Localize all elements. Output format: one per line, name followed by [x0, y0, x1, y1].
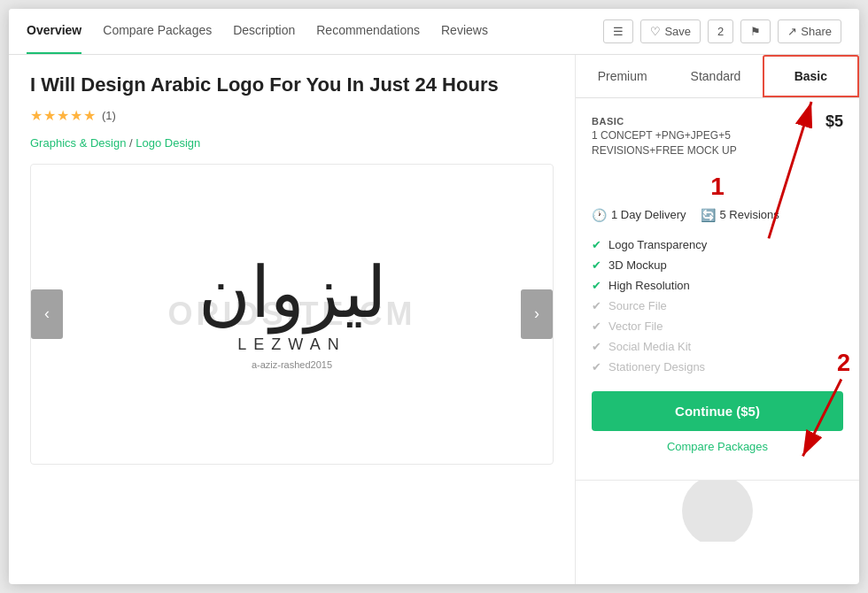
check-icon-high-resolution: ✔ [592, 279, 601, 292]
feature-label-high-resolution: High Resolution [608, 279, 690, 292]
share-button[interactable]: ↗ Share [778, 19, 841, 43]
gallery-prev-button[interactable]: ‹ [31, 289, 63, 339]
check-icon-logo-transparency: ✔ [592, 238, 601, 251]
annotation-1: 1 [592, 173, 843, 201]
breadcrumb-category[interactable]: Graphics & Design [30, 136, 126, 150]
clock-icon: 🕐 [592, 208, 607, 222]
nav-links: Overview Compare Packages Description Re… [27, 9, 488, 54]
gallery: ORIDSITE.CM لیزوان LEZWAN a-aziz-rashed2… [30, 164, 554, 465]
bottom-partial [576, 480, 859, 542]
share-icon: ↗ [787, 25, 797, 38]
arabic-calligraphy: لیزوان [198, 258, 386, 328]
check-icon-3d-mockup: ✔ [592, 258, 601, 272]
pkg-description: 1 CONCEPT +PNG+JPEG+5 REVISIONS+FREE MOC… [592, 128, 825, 158]
feature-3d-mockup: ✔ 3D Mockup [592, 255, 843, 275]
package-details: BASIC 1 CONCEPT +PNG+JPEG+5 REVISIONS+FR… [576, 98, 859, 480]
feature-label-3d-mockup: 3D Mockup [608, 258, 667, 272]
pkg-price: $5 [825, 112, 843, 131]
check-icon-source-file: ✔ [592, 299, 601, 312]
save-count: 2 [708, 19, 733, 43]
star-rating: ★★★★★ [30, 107, 97, 124]
breadcrumb: Graphics & Design / Logo Design [30, 136, 554, 150]
feature-label-logo-transparency: Logo Transparency [608, 238, 707, 251]
left-panel: I Will Design Arabic Logo For You In Jus… [9, 55, 576, 584]
continue-button[interactable]: Continue ($5) [592, 391, 843, 431]
signature: a-aziz-rashed2015 [252, 359, 332, 370]
heart-icon: ♡ [650, 25, 661, 38]
seller-avatar-partial [682, 480, 753, 542]
delivery-item: 🕐 1 Day Delivery [592, 208, 686, 222]
feature-high-resolution: ✔ High Resolution [592, 275, 843, 296]
flag-icon: ⚑ [750, 25, 761, 38]
tab-basic[interactable]: Basic [763, 55, 859, 97]
main-window: Overview Compare Packages Description Re… [9, 9, 859, 584]
revisions-item: 🔄 5 Revisions [701, 208, 779, 222]
nav-recommendations[interactable]: Recommendations [316, 9, 420, 54]
right-panel-wrapper: Premium Standard Basic BASIC 1 CONCEPT +… [576, 55, 859, 584]
feature-vector-file: ✔ Vector File [592, 316, 843, 336]
feature-label-social-media-kit: Social Media Kit [608, 340, 691, 353]
feature-label-vector-file: Vector File [608, 320, 663, 333]
package-label: BASIC 1 CONCEPT +PNG+JPEG+5 REVISIONS+FR… [592, 112, 825, 171]
features-list: ✔ Logo Transparency ✔ 3D Mockup ✔ High R… [592, 235, 843, 377]
feature-social-media-kit: ✔ Social Media Kit [592, 336, 843, 357]
lezwan-label: LEZWAN [237, 335, 345, 354]
feature-label-source-file: Source File [608, 299, 667, 312]
main-content: I Will Design Arabic Logo For You In Jus… [9, 55, 859, 584]
check-icon-social-media-kit: ✔ [592, 340, 601, 353]
gallery-content: لیزوان LEZWAN a-aziz-rashed2015 [198, 258, 386, 370]
delivery-row: 🕐 1 Day Delivery 🔄 5 Revisions [592, 208, 843, 222]
revisions-icon: 🔄 [701, 208, 716, 222]
package-tabs: Premium Standard Basic [576, 55, 859, 98]
feature-label-stationery-designs: Stationery Designs [608, 360, 705, 374]
check-icon-stationery-designs: ✔ [592, 360, 601, 374]
nav-actions: ☰ ♡ Save 2 ⚑ ↗ Share [603, 19, 841, 43]
revisions-text: 5 Revisions [720, 208, 779, 221]
delivery-text: 1 Day Delivery [611, 208, 686, 221]
nav-description[interactable]: Description [233, 9, 295, 54]
rating-row: ★★★★★ (1) [30, 107, 554, 124]
right-panel: Premium Standard Basic BASIC 1 CONCEPT +… [576, 55, 859, 542]
tab-standard[interactable]: Standard [669, 55, 762, 97]
nav-compare-packages[interactable]: Compare Packages [103, 9, 212, 54]
gig-title: I Will Design Arabic Logo For You In Jus… [30, 73, 554, 98]
feature-stationery-designs: ✔ Stationery Designs [592, 357, 843, 377]
gallery-next-button[interactable]: › [521, 289, 553, 339]
top-navigation: Overview Compare Packages Description Re… [9, 9, 859, 55]
save-button[interactable]: ♡ Save [640, 19, 701, 43]
package-header: BASIC 1 CONCEPT +PNG+JPEG+5 REVISIONS+FR… [592, 112, 843, 171]
nav-overview[interactable]: Overview [27, 9, 81, 54]
tab-premium[interactable]: Premium [576, 55, 669, 97]
review-count: (1) [102, 109, 116, 122]
pkg-label-text: BASIC [592, 116, 624, 127]
flag-button[interactable]: ⚑ [740, 19, 771, 43]
check-icon-vector-file: ✔ [592, 320, 601, 333]
nav-reviews[interactable]: Reviews [441, 9, 488, 54]
feature-source-file: ✔ Source File [592, 296, 843, 316]
feature-logo-transparency: ✔ Logo Transparency [592, 235, 843, 255]
menu-icon: ☰ [613, 25, 624, 38]
compare-packages-link[interactable]: Compare Packages [592, 440, 843, 453]
menu-button[interactable]: ☰ [603, 19, 633, 43]
breadcrumb-sub[interactable]: Logo Design [136, 136, 200, 150]
